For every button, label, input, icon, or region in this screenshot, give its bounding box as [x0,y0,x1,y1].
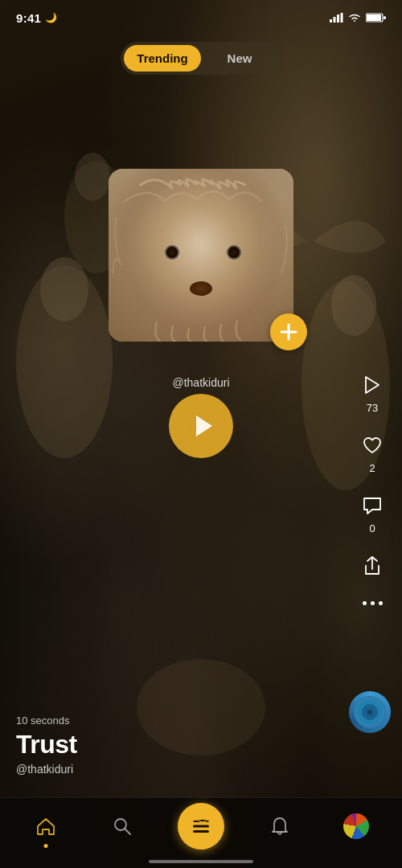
dot-1 [363,601,367,605]
status-time: 9:41 [16,11,41,25]
comment-icon [357,490,388,521]
share-upload-icon [361,555,384,577]
svg-rect-21 [193,830,209,833]
right-actions: 73 2 0 [357,370,388,605]
nav-profile[interactable] [336,806,376,846]
like-count: 2 [369,462,375,474]
trending-tab[interactable]: Trending [124,45,201,72]
profile-rubik [343,813,369,839]
video-author: @thatkiduri [16,763,77,776]
svg-rect-12 [367,14,381,21]
play-count: 73 [367,402,378,414]
svg-point-3 [331,275,376,336]
play-action-icon [357,370,388,400]
svg-rect-20 [193,825,209,827]
comment-count: 0 [369,522,375,534]
profile-avatar-inner [354,696,386,728]
svg-rect-7 [330,19,332,23]
nav-notifications[interactable] [260,806,300,846]
video-title: Trust [16,730,77,760]
svg-point-17 [369,711,371,714]
create-icon [190,815,212,837]
dog-image [109,169,293,342]
new-tab[interactable]: New [201,45,278,72]
search-icon [112,816,133,837]
moon-icon: 🌙 [45,12,57,23]
nav-search[interactable] [102,806,142,846]
home-active-dot [44,844,48,848]
svg-point-6 [137,659,265,755]
fur-texture [109,169,293,342]
battery-icon [366,13,386,23]
svg-rect-9 [337,14,339,23]
heart-icon [361,434,384,457]
play-action[interactable]: 73 [357,370,388,414]
share-action[interactable] [357,551,388,581]
dot-2 [371,601,375,605]
wifi-icon [348,13,361,23]
tab-switcher: Trending New [121,42,281,75]
like-action[interactable]: 2 [357,430,388,474]
duration-label: 10 seconds [16,714,77,727]
nav-home[interactable] [26,806,66,846]
dot-3 [379,601,383,605]
dog-eye-right [227,245,241,260]
plus-button[interactable] [270,313,307,350]
video-card[interactable] [109,169,293,342]
more-options[interactable] [363,601,383,605]
home-icon [35,816,56,837]
play-icon [190,412,217,440]
comment-action[interactable]: 0 [357,490,388,534]
bell-icon [269,816,290,837]
svg-rect-13 [384,16,386,19]
bottom-info: 10 seconds Trust @thatkiduri [16,714,77,776]
svg-point-1 [40,257,88,321]
profile-record [355,698,384,727]
play-button[interactable] [169,394,233,458]
bottom-nav [0,797,402,868]
dog-eye-left [165,245,179,260]
status-bar: 9:41 🌙 [0,0,402,35]
play-count-icon [361,374,384,396]
home-indicator [149,860,253,863]
dog-nose [190,281,212,296]
svg-rect-10 [341,13,343,23]
nav-create[interactable] [178,803,224,850]
svg-point-5 [75,153,110,201]
signal-icon [330,13,343,23]
share-icon [357,551,388,581]
card-username: @thatkiduri [172,376,229,389]
status-icons [330,13,386,23]
like-icon [357,430,388,461]
speech-bubble-icon [361,494,384,517]
plus-icon [280,323,297,341]
profile-avatar-side[interactable] [349,691,391,733]
nav-profile-avatar [343,813,369,839]
svg-rect-8 [334,17,336,23]
